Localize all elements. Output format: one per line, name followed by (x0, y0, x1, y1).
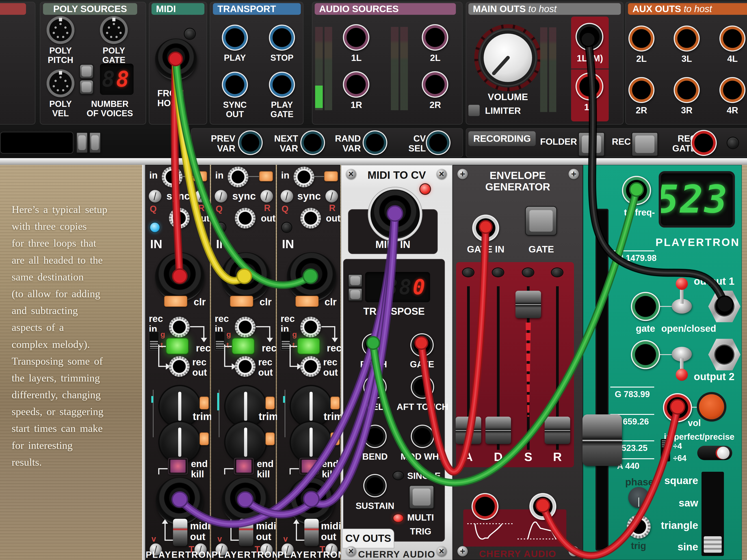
imperfect-precise-toggle[interactable] (697, 446, 732, 460)
output2-jack[interactable] (707, 338, 741, 371)
out-jack[interactable] (169, 208, 189, 229)
sync-knob-right[interactable] (326, 190, 338, 203)
audio-2l-jack[interactable] (422, 24, 448, 51)
toggle1-handle[interactable] (676, 278, 688, 290)
out-jack[interactable] (235, 208, 256, 229)
limiter-checkbox[interactable] (468, 104, 480, 116)
stop-jack[interactable] (269, 25, 295, 51)
gate-button[interactable] (525, 206, 557, 236)
cv-sel-jack[interactable] (426, 130, 450, 155)
voices-up-button[interactable]: ↑ (79, 64, 94, 79)
audio-in-jack[interactable] (287, 252, 336, 301)
prev-button[interactable]: ← (76, 132, 88, 153)
in-jack[interactable] (162, 167, 182, 187)
sync-out-jack[interactable] (222, 72, 248, 98)
volume-knob[interactable] (484, 34, 532, 82)
aux-2r-jack[interactable] (628, 77, 654, 103)
release-slider[interactable] (545, 417, 570, 444)
bend-jack[interactable] (363, 425, 387, 448)
pitch-fader-handle[interactable] (583, 415, 622, 466)
play-jack[interactable] (222, 25, 248, 51)
rec-out-jack[interactable] (235, 356, 256, 377)
transpose-up-button[interactable]: ▲ (348, 274, 362, 287)
midi-from-host-jack[interactable] (155, 38, 197, 80)
rec-button[interactable] (632, 132, 658, 156)
rec-in-jack[interactable] (300, 317, 321, 337)
rec-in-jack[interactable] (235, 317, 256, 337)
in-jack[interactable] (228, 167, 248, 187)
env-inverted-out-jack[interactable] (471, 493, 498, 520)
trim-knob-2[interactable] (160, 422, 200, 462)
sustain-slider[interactable] (515, 291, 541, 318)
sync-knob-right[interactable] (260, 190, 273, 203)
rec-button[interactable] (166, 338, 189, 354)
trim-button-2[interactable] (200, 432, 209, 445)
trim-knob-2[interactable] (291, 422, 331, 462)
trig-mode-button[interactable] (409, 485, 434, 509)
in-mode-button[interactable] (193, 171, 207, 182)
main-1r-jack[interactable] (575, 73, 603, 100)
audio-1l-jack[interactable] (343, 24, 369, 51)
in-mode-button[interactable] (324, 171, 338, 182)
play-gate-jack[interactable] (269, 72, 295, 98)
output1-jack[interactable] (707, 290, 741, 323)
trim-button-1[interactable] (265, 397, 275, 409)
sustain-jack[interactable] (363, 474, 387, 497)
in-jack[interactable] (293, 167, 314, 187)
rec-gate-jack[interactable] (691, 130, 717, 156)
audio-in-jack[interactable] (155, 252, 204, 301)
poly-pitch-din-jack[interactable] (47, 16, 74, 44)
folder-button[interactable] (578, 132, 605, 156)
gate2-jack[interactable] (631, 340, 660, 369)
gate-in-jack[interactable] (472, 215, 499, 241)
transpose-down-button[interactable]: ▼ (348, 288, 362, 301)
clr-button[interactable] (164, 296, 187, 307)
midi-out-jack[interactable] (222, 477, 269, 525)
aux-2l-jack[interactable] (628, 26, 654, 52)
trim-button-2[interactable] (265, 432, 275, 445)
aux-4l-jack[interactable] (719, 26, 745, 52)
rec-in-jack[interactable] (169, 317, 189, 337)
main-1l-jack[interactable] (575, 23, 603, 51)
trim-button-1[interactable] (200, 397, 209, 409)
rec-out-jack[interactable] (169, 356, 189, 377)
quantize-switch[interactable] (661, 439, 670, 461)
poly-gate-din-jack[interactable] (100, 16, 128, 44)
vel-jack[interactable] (363, 375, 387, 399)
gate-trig-switch[interactable] (149, 331, 159, 350)
aux-3l-jack[interactable] (674, 26, 700, 52)
out-jack[interactable] (300, 208, 321, 229)
poly-vel-din-jack[interactable] (47, 70, 74, 97)
gate-cv-jack[interactable] (410, 333, 434, 356)
mod-whl-jack[interactable] (411, 425, 434, 448)
vol-knob[interactable] (699, 394, 724, 419)
next-button[interactable]: → (89, 132, 101, 153)
aux-3r-jack[interactable] (674, 77, 700, 103)
gate1-jack[interactable] (631, 292, 660, 321)
voices-down-button[interactable]: ↓ (79, 80, 94, 95)
trim-knob-2[interactable] (226, 422, 266, 462)
rand-var-jack[interactable] (363, 130, 387, 155)
midi-out-switch[interactable] (304, 519, 319, 546)
aux-4r-jack[interactable] (719, 77, 745, 103)
audio-2r-jack[interactable] (422, 71, 448, 98)
end-kill-button[interactable] (168, 458, 188, 475)
phase-knob[interactable] (628, 487, 649, 508)
cv-to-freq-jack[interactable] (622, 176, 651, 205)
clr-button[interactable] (295, 296, 319, 307)
trim-button-2[interactable] (330, 432, 340, 445)
trim-button-1[interactable] (330, 397, 340, 409)
toggle2-handle[interactable] (676, 369, 688, 381)
trig-jack[interactable] (627, 515, 651, 538)
clr-button[interactable] (230, 296, 253, 307)
rec-out-jack[interactable] (300, 356, 321, 377)
env-out-jack[interactable] (530, 493, 556, 520)
midi-out-switch[interactable] (239, 519, 253, 546)
sync-knob-right[interactable] (195, 190, 207, 203)
midi-out-jack[interactable] (287, 477, 335, 525)
audio-1r-jack[interactable] (343, 71, 369, 98)
attack-slider[interactable] (456, 417, 481, 444)
end-kill-button[interactable] (300, 458, 319, 475)
audio-in-jack[interactable] (221, 252, 270, 301)
midi-in-jack[interactable] (370, 189, 420, 239)
